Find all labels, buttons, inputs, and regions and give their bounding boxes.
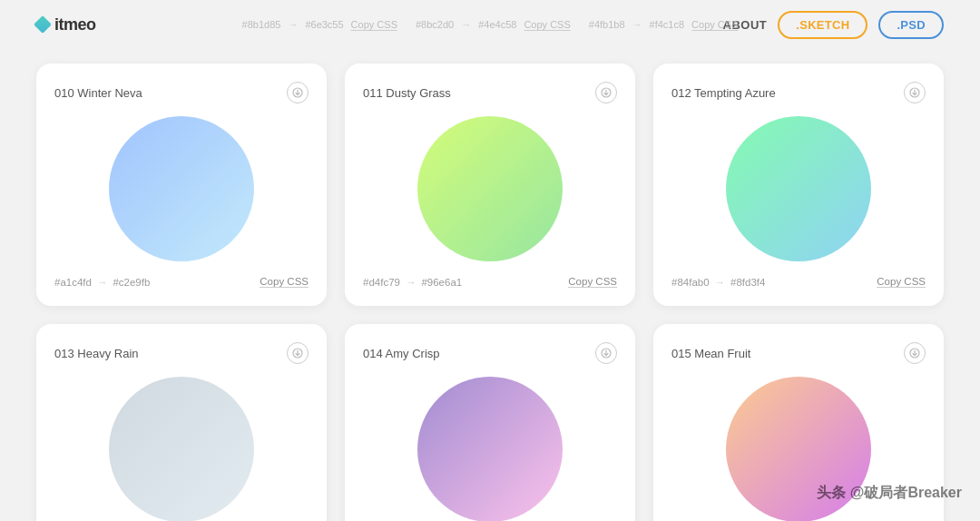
- card-header-014: 014 Amy Crisp: [363, 342, 617, 364]
- header: itmeo #8b1d85 → #6e3c55 Copy CSS #8bc2d0…: [0, 0, 980, 49]
- copy-css-button-012[interactable]: Copy CSS: [877, 276, 926, 288]
- psd-button[interactable]: .PSD: [878, 11, 944, 39]
- color-from-012: #84fab0: [671, 277, 710, 288]
- download-button-015[interactable]: [904, 342, 926, 364]
- download-icon-013: [292, 348, 303, 359]
- gradient-circle-011: [417, 116, 563, 261]
- gradient-circle-013: [109, 377, 254, 521]
- gradient-card-012: 012 Tempting Azure #84fab0 → #8fd3f4 Cop…: [653, 64, 944, 306]
- card-header-012: 012 Tempting Azure: [671, 82, 926, 103]
- color-to-011: #96e6a1: [421, 277, 462, 288]
- download-button-012[interactable]: [904, 82, 926, 103]
- main-content: 010 Winter Neva #a1c4fd → #c2e9fb Copy C…: [0, 49, 980, 521]
- arrow-icon-010: →: [97, 277, 108, 288]
- arrow-icon-011: →: [406, 277, 416, 288]
- logo-text: itmeo: [54, 15, 96, 34]
- download-button-013[interactable]: [287, 342, 309, 364]
- logo-diamond-icon: [34, 15, 52, 34]
- watermark: 头条 @破局者Breaker: [817, 484, 962, 503]
- card-title-014: 014 Amy Crisp: [363, 347, 440, 360]
- card-title-015: 015 Mean Fruit: [671, 347, 750, 360]
- download-icon-012: [909, 87, 920, 98]
- color-values-011: #d4fc79 → #96e6a1: [363, 277, 462, 288]
- card-title-012: 012 Tempting Azure: [671, 86, 776, 100]
- card-header-013: 013 Heavy Rain: [54, 342, 309, 364]
- color-from-010: #a1c4fd: [54, 277, 92, 288]
- card-header-010: 010 Winter Neva: [54, 82, 309, 103]
- arrow-icon-012: →: [715, 277, 726, 288]
- gradient-circle-012: [726, 116, 871, 261]
- gradient-card-014: 014 Amy Crisp #a18cd1 → #fbc2eb Copy CSS: [345, 324, 635, 521]
- gradient-circle-010: [109, 116, 254, 261]
- scroll-hint-item-1: #8b1d85 → #6e3c55 Copy CSS: [242, 19, 397, 31]
- card-footer-010: #a1c4fd → #c2e9fb Copy CSS: [54, 276, 309, 288]
- card-footer-011: #d4fc79 → #96e6a1 Copy CSS: [363, 276, 617, 288]
- gradient-card-013: 013 Heavy Rain #cfd9df → #e2ebf0 Copy CS…: [36, 324, 327, 521]
- card-header-011: 011 Dusty Grass: [363, 82, 617, 103]
- copy-css-button-010[interactable]: Copy CSS: [260, 276, 309, 288]
- color-to-010: #c2e9fb: [113, 277, 150, 288]
- logo[interactable]: itmeo: [36, 15, 96, 34]
- sketch-button[interactable]: .SKETCH: [778, 11, 867, 39]
- color-values-010: #a1c4fd → #c2e9fb: [54, 277, 150, 288]
- gradient-card-010: 010 Winter Neva #a1c4fd → #c2e9fb Copy C…: [36, 64, 327, 306]
- color-values-012: #84fab0 → #8fd3f4: [671, 277, 765, 288]
- card-header-015: 015 Mean Fruit: [671, 342, 926, 364]
- gradient-card-011: 011 Dusty Grass #d4fc79 → #96e6a1 Copy C…: [345, 64, 635, 306]
- download-icon-010: [292, 87, 303, 98]
- color-from-011: #d4fc79: [363, 277, 400, 288]
- download-icon-015: [909, 348, 920, 359]
- download-button-010[interactable]: [287, 82, 309, 103]
- card-title-013: 013 Heavy Rain: [54, 347, 139, 360]
- gradient-circle-014: [417, 377, 563, 521]
- color-to-012: #8fd3f4: [730, 277, 765, 288]
- nav-right: ABOUT .SKETCH .PSD: [723, 11, 944, 39]
- scroll-hint-item-2: #8bc2d0 → #4e4c58 Copy CSS: [416, 19, 571, 31]
- download-button-014[interactable]: [595, 342, 617, 364]
- card-title-011: 011 Dusty Grass: [363, 86, 451, 100]
- scroll-hint-bar: #8b1d85 → #6e3c55 Copy CSS #8bc2d0 → #4e…: [242, 19, 739, 31]
- download-icon-011: [601, 87, 612, 98]
- download-icon-014: [601, 348, 612, 359]
- download-button-011[interactable]: [595, 82, 617, 103]
- gradient-grid: 010 Winter Neva #a1c4fd → #c2e9fb Copy C…: [36, 64, 944, 521]
- copy-css-button-011[interactable]: Copy CSS: [568, 276, 617, 288]
- card-title-010: 010 Winter Neva: [54, 86, 142, 100]
- card-footer-012: #84fab0 → #8fd3f4 Copy CSS: [671, 276, 926, 288]
- scroll-hint-item-3: #4fb1b8 → #f4c1c8 Copy CSS: [589, 19, 739, 31]
